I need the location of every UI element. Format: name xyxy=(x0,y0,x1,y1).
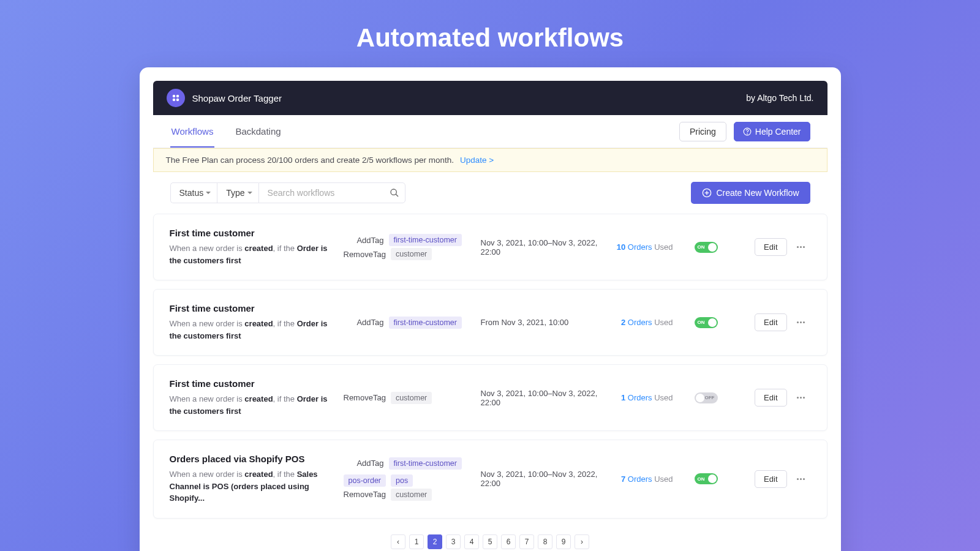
app-header: Shopaw Order Tagger by Altgo Tech Ltd. xyxy=(153,81,827,115)
workflow-list: First time customer When a new order is … xyxy=(153,214,827,519)
more-icon[interactable] xyxy=(796,392,807,403)
remove-tag-label: RemoveTag xyxy=(344,250,386,259)
page-number[interactable]: 2 xyxy=(428,534,442,549)
tag-pill: first-time-customer xyxy=(389,317,462,329)
status-toggle[interactable]: ON xyxy=(695,317,718,328)
svg-point-5 xyxy=(747,133,748,134)
create-workflow-button[interactable]: Create New Workflow xyxy=(691,182,810,204)
tab-bar: Workflows Backdating Pricing Help Center xyxy=(153,115,827,148)
add-tag-label: AddTag xyxy=(344,236,384,245)
status-toggle[interactable]: ON xyxy=(695,242,718,253)
edit-button[interactable]: Edit xyxy=(755,389,786,407)
pricing-button[interactable]: Pricing xyxy=(679,122,726,141)
tag-pill: pos xyxy=(391,474,413,487)
remove-tag-label: RemoveTag xyxy=(344,490,386,499)
add-tag-label: AddTag xyxy=(344,318,384,327)
usage-count: 7 Orders Used xyxy=(612,474,673,484)
date-range: From Nov 3, 2021, 10:00 xyxy=(481,318,603,327)
search-input[interactable] xyxy=(258,182,405,203)
page-number[interactable]: 6 xyxy=(501,534,516,549)
svg-point-2 xyxy=(172,99,175,102)
date-range: Nov 3, 2021, 10:00–Nov 3, 2022, 22:00 xyxy=(481,238,603,257)
workflow-title: First time customer xyxy=(170,378,335,389)
date-range: Nov 3, 2021, 10:00–Nov 3, 2022, 22:00 xyxy=(481,389,603,407)
workflow-title: First time customer xyxy=(170,228,335,238)
page-number[interactable]: 1 xyxy=(409,534,424,549)
edit-button[interactable]: Edit xyxy=(755,470,786,488)
more-icon[interactable] xyxy=(796,317,807,328)
svg-point-1 xyxy=(176,95,179,98)
app-card: Shopaw Order Tagger by Altgo Tech Ltd. W… xyxy=(140,67,841,551)
toolbar: Status Type Create New Workflow xyxy=(153,172,827,214)
app-name: Shopaw Order Tagger xyxy=(192,93,282,103)
more-icon[interactable] xyxy=(796,473,807,484)
edit-button[interactable]: Edit xyxy=(755,313,786,331)
status-filter[interactable]: Status xyxy=(170,182,217,203)
status-toggle[interactable]: ON xyxy=(695,473,718,484)
date-range: Nov 3, 2021, 10:00–Nov 3, 2022, 22:00 xyxy=(481,470,603,488)
type-filter[interactable]: Type xyxy=(217,182,258,203)
svg-point-0 xyxy=(172,95,175,98)
workflow-row: First time customer When a new order is … xyxy=(153,214,827,280)
help-center-button[interactable]: Help Center xyxy=(734,122,810,141)
workflow-description: When a new order is created, if the Orde… xyxy=(170,393,335,417)
usage-count: 1 Orders Used xyxy=(612,393,673,402)
workflow-row: Orders placed via Shopify POS When a new… xyxy=(153,440,827,519)
remove-tag-label: RemoveTag xyxy=(344,393,386,402)
tag-pill: first-time-customer xyxy=(389,234,462,246)
workflow-description: When a new order is created, if the Orde… xyxy=(170,242,335,266)
status-toggle[interactable]: OFF xyxy=(695,392,718,403)
workflow-description: When a new order is created, if the Orde… xyxy=(170,318,335,342)
tag-pill: customer xyxy=(391,248,432,260)
page-number[interactable]: 8 xyxy=(538,534,552,549)
app-logo-icon xyxy=(167,89,185,107)
update-link[interactable]: Update > xyxy=(460,156,494,165)
tag-pill: customer xyxy=(391,392,432,404)
tag-pill: customer xyxy=(391,489,432,501)
add-tag-label: AddTag xyxy=(344,459,384,468)
svg-point-3 xyxy=(176,99,179,102)
plus-circle-icon xyxy=(702,188,712,198)
tag-pill: first-time-customer xyxy=(389,457,462,470)
notice-text: The Free Plan can process 20/100 orders … xyxy=(166,156,454,165)
workflow-title: First time customer xyxy=(170,303,335,313)
page-title: Automated workflows xyxy=(0,0,980,67)
usage-count: 2 Orders Used xyxy=(612,318,673,327)
workflow-title: Orders placed via Shopify POS xyxy=(170,454,335,464)
page-prev[interactable]: ‹ xyxy=(391,534,405,549)
page-next[interactable]: › xyxy=(575,534,589,549)
tab-backdating[interactable]: Backdating xyxy=(234,115,282,148)
vendor-label: by Altgo Tech Ltd. xyxy=(746,93,813,103)
help-icon xyxy=(743,127,752,136)
tab-workflows[interactable]: Workflows xyxy=(170,115,215,148)
page-number[interactable]: 5 xyxy=(483,534,497,549)
workflow-row: First time customer When a new order is … xyxy=(153,364,827,431)
edit-button[interactable]: Edit xyxy=(755,238,786,256)
tag-pill: pos-order xyxy=(344,474,386,487)
pagination: ‹123456789› xyxy=(140,519,841,552)
create-workflow-label: Create New Workflow xyxy=(716,188,799,198)
more-icon[interactable] xyxy=(796,242,807,253)
plan-notice: The Free Plan can process 20/100 orders … xyxy=(153,148,827,172)
help-center-label: Help Center xyxy=(755,127,801,137)
workflow-row: First time customer When a new order is … xyxy=(153,289,827,356)
page-number[interactable]: 3 xyxy=(446,534,461,549)
workflow-description: When a new order is created, if the Sale… xyxy=(170,468,335,504)
page-number[interactable]: 7 xyxy=(519,534,534,549)
page-number[interactable]: 4 xyxy=(464,534,479,549)
usage-count: 10 Orders Used xyxy=(612,242,673,252)
page-number[interactable]: 9 xyxy=(556,534,571,549)
